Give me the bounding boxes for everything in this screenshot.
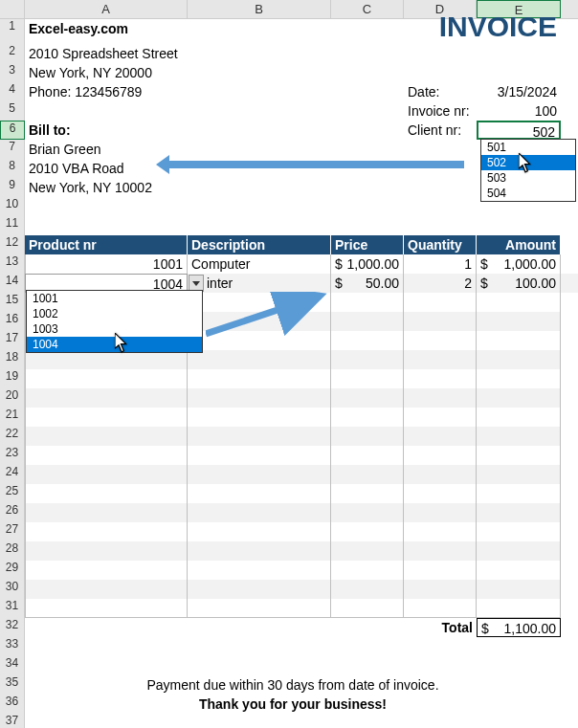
table-cell[interactable] [404,465,477,484]
table-cell[interactable] [331,446,404,465]
row-header[interactable]: 32 [0,618,25,637]
table-cell[interactable] [404,427,477,446]
table-cell[interactable] [25,503,188,522]
row-header[interactable]: 28 [0,541,25,561]
table-cell[interactable] [331,599,404,618]
table-cell[interactable] [188,465,331,484]
row-header[interactable]: 5 [0,101,25,121]
row-header[interactable]: 4 [0,82,25,101]
table-cell[interactable] [331,427,404,446]
table-cell[interactable] [477,580,561,599]
row-header[interactable]: 16 [0,312,25,331]
th-product-nr[interactable]: Product nr [25,235,188,254]
table-cell[interactable] [477,599,561,618]
table-cell[interactable] [25,388,188,408]
total-amount[interactable]: $1,100.00 [477,618,561,637]
table-cell[interactable] [404,408,477,427]
table-cell[interactable] [477,408,561,427]
company-city[interactable]: New York, NY 20000 [25,63,188,82]
table-cell[interactable] [25,561,188,580]
total-label[interactable]: Total [404,618,477,637]
table-cell[interactable] [404,350,477,369]
table-cell[interactable] [477,561,561,580]
table-cell[interactable] [331,503,404,522]
table-cell[interactable] [331,541,404,561]
table-cell[interactable] [404,331,477,350]
row-header[interactable]: 31 [0,599,25,618]
client-city[interactable]: New York, NY 10002 [25,178,188,197]
table-cell[interactable] [331,350,404,369]
table-cell[interactable] [331,369,404,388]
row-header[interactable]: 26 [0,503,25,522]
table-cell[interactable] [404,484,477,503]
table-cell[interactable] [188,580,331,599]
table-cell[interactable] [331,293,404,312]
row-header[interactable]: 11 [0,216,25,235]
row-header[interactable]: 2 [0,44,25,63]
dropdown-option[interactable]: 1001 [27,291,202,306]
dropdown-option[interactable]: 1002 [27,306,202,321]
table-cell[interactable] [404,503,477,522]
row-header[interactable]: 27 [0,522,25,541]
table-cell[interactable] [404,293,477,312]
table-cell[interactable] [188,388,331,408]
table-cell[interactable] [477,388,561,408]
col-header-c[interactable]: C [331,0,404,18]
row-header[interactable]: 35 [0,675,25,695]
row-header[interactable]: 22 [0,427,25,446]
table-cell[interactable] [25,427,188,446]
table-cell[interactable] [404,599,477,618]
table-cell[interactable] [188,599,331,618]
client-nr-label[interactable]: Client nr: [404,121,477,140]
row-header[interactable]: 8 [0,159,25,178]
th-description[interactable]: Description [188,235,331,254]
table-cell[interactable] [25,599,188,618]
table-cell[interactable] [188,541,331,561]
bill-to-label[interactable]: Bill to: [25,121,188,140]
row-header[interactable]: 7 [0,140,25,159]
table-cell[interactable] [477,331,561,350]
invoice-nr-label[interactable]: Invoice nr: [404,101,477,121]
table-cell[interactable] [25,541,188,561]
table-cell[interactable] [188,350,331,369]
row-header[interactable]: 12 [0,235,25,254]
product-nr-cell[interactable]: 1001 [25,254,188,274]
row-header[interactable]: 17 [0,331,25,350]
th-price[interactable]: Price [331,235,404,254]
table-cell[interactable] [404,369,477,388]
amount-cell[interactable]: $1,000.00 [477,254,561,274]
col-header-a[interactable]: A [25,0,188,18]
amount-cell[interactable]: $100.00 [477,274,561,293]
dropdown-option[interactable]: 504 [481,186,575,201]
table-cell[interactable] [477,484,561,503]
table-cell[interactable] [477,503,561,522]
table-cell[interactable] [477,465,561,484]
client-nr-cell[interactable]: 502 [477,121,561,140]
description-cell[interactable]: Computer [188,254,331,274]
table-cell[interactable] [404,522,477,541]
date-value[interactable]: 3/15/2024 [477,82,561,101]
table-cell[interactable] [188,503,331,522]
table-cell[interactable] [188,522,331,541]
row-header[interactable]: 21 [0,408,25,427]
row-header[interactable]: 9 [0,178,25,197]
row-header[interactable]: 33 [0,637,25,656]
row-header[interactable]: 30 [0,580,25,599]
table-cell[interactable] [331,522,404,541]
select-all[interactable] [0,0,25,18]
table-cell[interactable] [331,484,404,503]
th-quantity[interactable]: Quantity [404,235,477,254]
row-header[interactable]: 3 [0,63,25,82]
row-header[interactable]: 13 [0,254,25,274]
row-header[interactable]: 14 [0,274,25,293]
table-cell[interactable] [477,541,561,561]
quantity-cell[interactable]: 1 [404,254,477,274]
table-cell[interactable] [25,580,188,599]
row-header[interactable]: 23 [0,446,25,465]
table-cell[interactable] [477,293,561,312]
table-cell[interactable] [404,312,477,331]
table-cell[interactable] [404,580,477,599]
company-phone[interactable]: Phone: 123456789 [25,82,188,101]
table-cell[interactable] [25,522,188,541]
table-cell[interactable] [331,388,404,408]
